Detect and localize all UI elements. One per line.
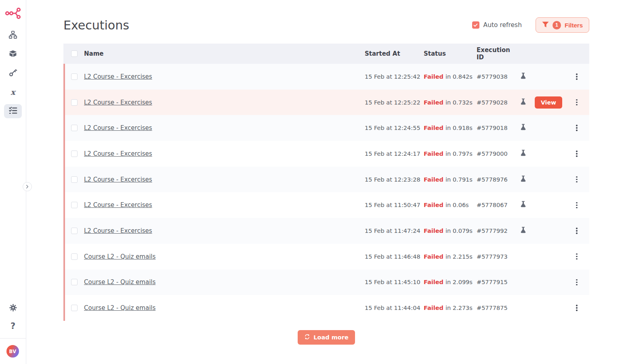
table-row: Course L2 - Quiz emails 15 Feb at 11:46:… <box>63 244 589 270</box>
row-checkbox[interactable] <box>71 279 78 285</box>
settings-button[interactable] <box>0 303 26 314</box>
variables-icon: x <box>11 88 15 96</box>
templates-icon <box>8 49 17 60</box>
status-duration: in 0.797s <box>445 151 473 157</box>
execution-id-cell: #5779038 <box>477 73 516 80</box>
status-failed: Failed <box>424 202 443 208</box>
question-icon: ? <box>11 322 15 331</box>
status-cell: Failedin 0.797s <box>424 151 477 157</box>
status-failed: Failed <box>424 253 443 260</box>
table-row: L2 Course - Excercises 15 Feb at 11:50:4… <box>63 192 589 218</box>
kebab-menu-button[interactable] <box>574 252 579 261</box>
page-header: Executions Auto refresh 1 Filters <box>63 17 589 33</box>
sidebar-divider <box>0 338 26 339</box>
table-row: L2 Course - Excercises 15 Feb at 12:24:5… <box>63 115 589 141</box>
execution-name-link[interactable]: L2 Course - Excercises <box>84 176 152 183</box>
workflows-icon <box>8 30 17 41</box>
row-checkbox[interactable] <box>71 73 78 80</box>
row-checkbox[interactable] <box>71 305 78 311</box>
kebab-menu-button[interactable] <box>574 72 579 82</box>
status-duration: in 0.06s <box>445 202 469 208</box>
kebab-menu-button[interactable] <box>574 201 579 210</box>
status-duration: in 0.791s <box>445 176 473 183</box>
flask-icon <box>520 201 527 209</box>
kebab-menu-button[interactable] <box>574 149 579 159</box>
row-checkbox[interactable] <box>71 125 78 131</box>
column-header-execution-id: Execution ID <box>477 46 516 61</box>
status-duration: in 0.918s <box>445 125 473 131</box>
status-failed: Failed <box>424 228 443 234</box>
flask-icon <box>520 98 527 107</box>
status-duration: in 0.842s <box>445 73 473 80</box>
row-checkbox[interactable] <box>71 253 78 260</box>
execution-id-cell: #5777875 <box>477 305 516 311</box>
status-duration: in 0.079s <box>445 228 473 234</box>
kebab-menu-button[interactable] <box>574 98 579 107</box>
row-checkbox[interactable] <box>71 202 78 208</box>
started-at-cell: 15 Feb at 11:46:48 <box>365 253 424 260</box>
load-more-container: Load more <box>63 330 589 345</box>
sidebar-item-workflows[interactable] <box>4 28 22 42</box>
table-row: Course L2 - Quiz emails 15 Feb at 11:44:… <box>63 295 589 321</box>
load-more-button[interactable]: Load more <box>298 330 355 345</box>
kebab-menu-button[interactable] <box>574 226 579 236</box>
select-all-checkbox[interactable] <box>71 50 78 57</box>
status-failed: Failed <box>424 279 443 285</box>
avatar[interactable]: BV <box>6 345 19 358</box>
row-checkbox[interactable] <box>71 151 78 157</box>
sidebar-collapse-button[interactable] <box>23 182 32 191</box>
status-cell: Failedin 0.079s <box>424 228 477 234</box>
execution-name-link[interactable]: Course L2 - Quiz emails <box>84 253 155 260</box>
auto-refresh-checkbox[interactable] <box>472 21 479 29</box>
execution-name-link[interactable]: Course L2 - Quiz emails <box>84 304 155 312</box>
execution-id-cell: #5777973 <box>477 253 516 260</box>
row-checkbox[interactable] <box>71 176 78 183</box>
execution-name-link[interactable]: L2 Course - Excercises <box>84 227 152 234</box>
column-header-name: Name <box>84 50 365 57</box>
view-button[interactable]: View <box>535 96 562 109</box>
started-at-cell: 15 Feb at 11:45:10 <box>365 279 424 285</box>
failed-status-bar <box>63 64 65 321</box>
auto-refresh-label: Auto refresh <box>483 21 522 29</box>
status-cell: Failedin 0.842s <box>424 73 477 80</box>
execution-name-link[interactable]: L2 Course - Excercises <box>84 124 152 132</box>
kebab-menu-button[interactable] <box>574 175 579 184</box>
started-at-cell: 15 Feb at 12:24:17 <box>365 151 424 157</box>
execution-name-link[interactable]: L2 Course - Excercises <box>84 201 152 209</box>
filters-label: Filters <box>565 22 583 29</box>
execution-name-link[interactable]: L2 Course - Excercises <box>84 73 152 80</box>
check-icon <box>473 23 478 27</box>
flask-icon <box>520 72 527 81</box>
execution-name-link[interactable]: L2 Course - Excercises <box>84 150 152 157</box>
gear-icon <box>9 303 17 314</box>
status-failed: Failed <box>424 305 443 311</box>
table-row: L2 Course - Excercises 15 Feb at 12:23:2… <box>63 167 589 192</box>
sidebar-item-variables[interactable]: x <box>4 85 22 99</box>
sidebar-item-templates[interactable] <box>4 47 22 61</box>
flask-icon <box>520 226 527 235</box>
kebab-menu-button[interactable] <box>574 278 579 287</box>
table-row: L2 Course - Excercises 15 Feb at 12:25:4… <box>63 64 589 90</box>
execution-id-cell: #5779000 <box>477 151 516 157</box>
sidebar-item-credentials[interactable] <box>4 66 22 80</box>
started-at-cell: 15 Feb at 12:24:55 <box>365 125 424 131</box>
n8n-logo-icon <box>5 6 21 22</box>
table-header: Name Started At Status Execution ID <box>63 44 589 64</box>
kebab-menu-button[interactable] <box>574 123 579 133</box>
row-checkbox[interactable] <box>71 228 78 234</box>
status-duration: in 2.215s <box>445 253 473 260</box>
execution-name-link[interactable]: Course L2 - Quiz emails <box>84 278 155 286</box>
row-checkbox[interactable] <box>71 99 78 106</box>
help-button[interactable]: ? <box>0 322 26 331</box>
filters-button[interactable]: 1 Filters <box>536 17 589 33</box>
auto-refresh-toggle[interactable]: Auto refresh <box>472 21 522 29</box>
chevron-right-icon <box>25 183 29 190</box>
execution-id-cell: #5778976 <box>477 176 516 183</box>
sidebar-item-executions[interactable] <box>4 104 22 118</box>
kebab-menu-button[interactable] <box>574 303 579 313</box>
flask-icon <box>520 149 527 158</box>
execution-name-link[interactable]: L2 Course - Excercises <box>84 99 152 106</box>
executions-table: Name Started At Status Execution ID L2 C… <box>63 44 589 321</box>
execution-id-cell: #5778067 <box>477 202 516 208</box>
execution-id-cell: #5779028 <box>477 99 516 106</box>
